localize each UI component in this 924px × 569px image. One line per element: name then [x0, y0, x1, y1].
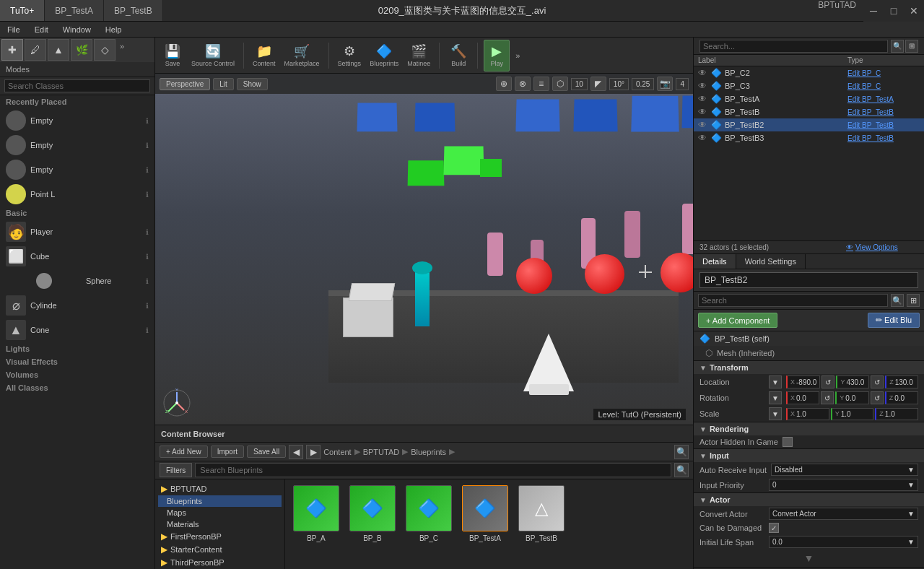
actor-type[interactable]: Edit BP_TestB: [847, 108, 920, 116]
location-y[interactable]: Y 430.0: [836, 375, 869, 388]
convert-actor-dropdown[interactable]: Convert Actor ▼: [769, 508, 918, 520]
list-item[interactable]: Empty ℹ: [0, 108, 154, 133]
actor-type[interactable]: Edit BP_C: [847, 69, 920, 77]
wo-item-bp-testb2[interactable]: 👁 🔷 BP_TestB2 Edit BP_TestB: [694, 118, 924, 131]
scale-y[interactable]: Y 1.0: [831, 408, 874, 420]
matinee-button[interactable]: 🎬 Matinee: [404, 40, 433, 71]
marketplace-button[interactable]: 🛒 Marketplace: [282, 40, 323, 71]
list-item[interactable]: Empty ℹ: [0, 133, 154, 157]
asset-bp-c[interactable]: 🔷 BP_C: [404, 485, 454, 542]
toolbar-expand-right[interactable]: »: [513, 48, 523, 63]
location-z[interactable]: Z 130.0: [885, 375, 918, 388]
add-component-button[interactable]: + Add Component: [698, 313, 777, 328]
details-search-icon[interactable]: 🔍: [891, 294, 904, 307]
asset-bp-testb[interactable]: △ BP_TestB: [516, 485, 567, 542]
visibility-icon[interactable]: 👁: [698, 120, 707, 130]
visibility-icon[interactable]: 👁: [698, 94, 707, 104]
rendering-header[interactable]: ▼ Rendering: [694, 422, 924, 435]
info-icon-9[interactable]: ℹ: [146, 326, 149, 334]
input-header[interactable]: ▼ Input: [694, 449, 924, 462]
wo-item-bp-c2[interactable]: 👁 🔷 BP_C2 Edit BP_C: [694, 66, 924, 79]
info-icon-8[interactable]: ℹ: [146, 302, 149, 310]
menu-help[interactable]: Help: [98, 22, 129, 37]
list-item[interactable]: Empty ℹ: [0, 157, 154, 182]
visibility-icon[interactable]: 👁: [698, 68, 707, 78]
tree-item-startercontent[interactable]: ▶ StarterContent: [158, 543, 282, 556]
viewport-icon-4[interactable]: ⬡: [552, 77, 568, 91]
viewport-icon-1[interactable]: ⊕: [496, 77, 512, 91]
nav-back-button[interactable]: ◀: [289, 445, 303, 459]
minimize-button[interactable]: ─: [863, 0, 884, 22]
lit-button[interactable]: Lit: [213, 78, 234, 90]
input-priority-input[interactable]: 0 ▼: [769, 479, 918, 491]
wo-item-bp-testa[interactable]: 👁 🔷 BP_TestA Edit BP_TestA: [694, 92, 924, 105]
tab-details[interactable]: Details: [694, 254, 736, 269]
actor-type[interactable]: Edit BP_TestB: [847, 134, 920, 142]
tree-item[interactable]: ▶ BPTUTAD: [158, 482, 282, 495]
tab-bp-testa[interactable]: BP_TestA: [45, 0, 104, 21]
place-mode-tool[interactable]: ✚: [1, 39, 23, 61]
actor-name-input[interactable]: [699, 272, 918, 288]
view-options-button[interactable]: 👁 View Options: [846, 243, 918, 251]
maximize-button[interactable]: □: [884, 0, 904, 22]
location-x[interactable]: X -890.0: [786, 375, 820, 388]
info-icon-1[interactable]: ℹ: [146, 117, 149, 125]
asset-bp-b[interactable]: 🔷 BP_B: [347, 485, 398, 542]
tree-item-thirdpersonbp[interactable]: ▶ ThirdPersonBP: [158, 556, 282, 569]
actor-hidden-checkbox[interactable]: [783, 437, 793, 447]
wo-item-bp-testb[interactable]: 👁 🔷 BP_TestB Edit BP_TestB: [694, 105, 924, 118]
list-item[interactable]: 🧑 Player ℹ: [0, 220, 154, 244]
list-item[interactable]: ⌀ Cylinde ℹ: [0, 293, 154, 318]
can-be-damaged-checkbox[interactable]: [769, 523, 779, 533]
close-button[interactable]: ✕: [904, 0, 924, 22]
transform-header[interactable]: ▼ Transform: [694, 361, 924, 374]
list-item[interactable]: Point L ℹ: [0, 182, 154, 207]
rotation-x-reset[interactable]: ↺: [821, 391, 834, 404]
viewport-icon-5[interactable]: ◤: [590, 77, 606, 91]
location-y-reset[interactable]: ↺: [871, 375, 884, 388]
show-button[interactable]: Show: [237, 78, 268, 90]
rotation-y[interactable]: Y 0.0: [835, 391, 868, 404]
list-item[interactable]: ⬜ Cube ℹ: [0, 244, 154, 269]
asset-bp-testa[interactable]: 🔷 BP_TestA: [460, 485, 510, 542]
actor-type[interactable]: Edit BP_TestB: [847, 121, 920, 129]
play-button[interactable]: ▶ Play: [484, 40, 510, 71]
mesh-item[interactable]: ⬡ Mesh (Inherited): [694, 346, 924, 360]
self-item[interactable]: 🔷 BP_TestB (self): [694, 331, 924, 346]
tree-item-blueprints[interactable]: Blueprints: [158, 495, 282, 507]
geometry-mode-tool[interactable]: ◇: [94, 39, 116, 61]
modes-search-input[interactable]: [4, 79, 150, 92]
actor-type[interactable]: Edit BP_C: [847, 82, 920, 90]
tree-item-firstpersonbp[interactable]: ▶ FirstPersonBP: [158, 530, 282, 543]
build-button[interactable]: 🔨 Build: [445, 40, 471, 71]
landscape-mode-tool[interactable]: ▲: [48, 39, 69, 61]
add-new-button[interactable]: + Add New: [160, 446, 208, 458]
tree-item-materials[interactable]: Materials: [158, 518, 282, 530]
menu-edit[interactable]: Edit: [27, 22, 56, 37]
source-control-button[interactable]: 🔄 Source Control: [188, 40, 237, 71]
rotation-x[interactable]: X 0.0: [786, 391, 819, 404]
world-outliner-search-input[interactable]: [699, 40, 888, 53]
scale-x[interactable]: X 1.0: [786, 408, 829, 420]
cb-search-icon[interactable]: 🔍: [674, 445, 689, 459]
menu-file[interactable]: File: [0, 22, 27, 37]
content-button[interactable]: 📁 Content: [250, 40, 279, 71]
asset-bp-a[interactable]: 🔷 BP_A: [291, 485, 341, 542]
foliage-mode-tool[interactable]: 🌿: [71, 39, 92, 61]
visibility-icon[interactable]: 👁: [698, 133, 707, 143]
rotation-z[interactable]: Z 0.0: [885, 391, 918, 404]
details-search-input[interactable]: [698, 294, 888, 307]
modes-expand[interactable]: »: [117, 39, 127, 61]
wo-search-icon[interactable]: 🔍: [891, 40, 904, 53]
scale-z[interactable]: Z 1.0: [875, 408, 918, 420]
cb-search-submit[interactable]: 🔍: [674, 463, 689, 477]
actor-type[interactable]: Edit BP_TestA: [847, 95, 920, 103]
viewport[interactable]: Perspective Lit Show ⊕ ⊗ ≡ ⬡ 10 ◤ 10° 0.…: [155, 74, 693, 425]
info-icon-5[interactable]: ℹ: [146, 228, 149, 236]
save-button[interactable]: 💾 Save: [160, 40, 186, 71]
wo-item-bp-testb3[interactable]: 👁 🔷 BP_TestB3 Edit BP_TestB: [694, 131, 924, 144]
info-icon-2[interactable]: ℹ: [146, 142, 149, 149]
info-icon-6[interactable]: ℹ: [146, 253, 149, 261]
visibility-icon[interactable]: 👁: [698, 107, 707, 117]
edit-blueprint-button[interactable]: ✏ Edit Blu: [868, 313, 920, 328]
